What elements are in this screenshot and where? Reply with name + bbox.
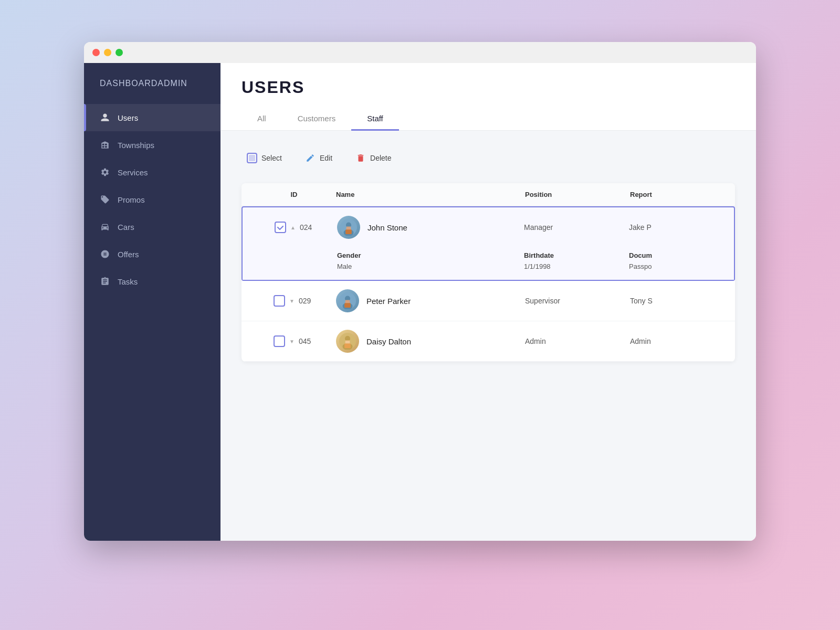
svg-rect-16 [344, 343, 351, 348]
gender-label: Gender [337, 251, 524, 259]
logo-light: ADMIN [158, 79, 187, 88]
offers-icon [100, 249, 110, 259]
col-name: Name [336, 191, 525, 198]
logo-bold: DASHBOARD [100, 79, 158, 88]
row-position-024: Manager [524, 223, 629, 232]
document-value: Passpo [629, 262, 723, 270]
table-row: ▲ 024 [242, 206, 735, 281]
tab-all[interactable]: All [242, 108, 282, 131]
col-id: ID [252, 191, 336, 198]
row-id-cell: ▲ 024 [253, 222, 337, 233]
row-id-cell-045: ▼ 045 [252, 335, 336, 347]
sidebar-item-services[interactable]: Services [84, 159, 220, 186]
select-icon [247, 153, 257, 163]
sidebar-item-label-cars: Cars [118, 223, 134, 232]
sidebar-item-offers[interactable]: Offers [84, 240, 220, 268]
row-name-029: Peter Parker [366, 297, 411, 306]
row-main-024: ▲ 024 [243, 207, 734, 247]
table-row: ▼ 029 [242, 281, 735, 321]
traffic-lights [92, 49, 123, 56]
svg-rect-6 [345, 229, 352, 234]
birthdate-value: 1/1/1998 [524, 262, 629, 270]
titlebar [84, 42, 756, 63]
row-id-045: 045 [299, 337, 314, 345]
gear-icon [100, 167, 110, 177]
row-id-024: 024 [300, 223, 316, 232]
row-id-029: 029 [299, 297, 314, 305]
tab-bar: All Customers Staff [242, 108, 735, 130]
avatar-029 [336, 289, 359, 312]
sidebar-item-users[interactable]: Users [84, 104, 220, 131]
window-body: DASHBOARDADMIN Users Townships [84, 63, 756, 541]
building-icon [100, 140, 110, 150]
delete-label: Delete [370, 154, 391, 162]
svg-rect-1 [249, 155, 255, 161]
users-table: ID Name Position Report [242, 183, 735, 362]
row-position-029: Supervisor [525, 297, 630, 305]
sidebar-item-label-townships: Townships [118, 141, 154, 150]
user-icon [100, 112, 110, 123]
row-name-cell-045: Daisy Dalton [336, 330, 525, 353]
main-content: USERS All Customers Staff [220, 63, 756, 541]
row-report-045: Admin [630, 337, 724, 345]
sidebar-item-label-tasks: Tasks [118, 277, 138, 286]
row-main-045: ▼ 045 [242, 321, 735, 361]
expand-chevron-029[interactable]: ▼ [289, 298, 295, 304]
expand-chevron-024[interactable]: ▲ [290, 225, 296, 230]
tab-customers[interactable]: Customers [282, 108, 352, 131]
table-header: ID Name Position Report [242, 183, 735, 206]
detail-gender-col: Gender Male [337, 251, 524, 270]
maximize-button[interactable] [116, 49, 123, 56]
row-checkbox-029[interactable] [274, 295, 285, 307]
content-area: Select Edit [220, 131, 756, 541]
row-main-029: ▼ 029 [242, 281, 735, 321]
sidebar-item-label-services: Services [118, 168, 148, 177]
main-window: DASHBOARDADMIN Users Townships [84, 42, 756, 541]
page-header: USERS All Customers Staff [220, 63, 756, 131]
document-label: Docum [629, 251, 723, 259]
row-report-024: Jake P [629, 223, 723, 232]
row-name-cell-029: Peter Parker [336, 289, 525, 312]
page-title: USERS [242, 78, 735, 97]
table-row: ▼ 045 [242, 321, 735, 362]
sidebar: DASHBOARDADMIN Users Townships [84, 63, 220, 541]
row-position-045: Admin [525, 337, 630, 345]
birthdate-label: Birthdate [524, 251, 629, 259]
edit-icon [305, 153, 316, 163]
sidebar-item-label-offers: Offers [118, 250, 139, 259]
sidebar-logo: DASHBOARDADMIN [84, 79, 220, 104]
detail-document-col: Docum Passpo [629, 251, 723, 270]
tab-staff[interactable]: Staff [351, 108, 399, 131]
avatar-024 [337, 216, 360, 239]
svg-point-13 [345, 336, 350, 341]
minimize-button[interactable] [104, 49, 111, 56]
edit-label: Edit [320, 154, 332, 162]
sidebar-item-promos[interactable]: Promos [84, 186, 220, 213]
car-icon [100, 222, 110, 232]
delete-button[interactable]: Delete [350, 150, 396, 166]
col-report: Report [630, 191, 724, 198]
col-position: Position [525, 191, 630, 198]
sidebar-item-tasks[interactable]: Tasks [84, 268, 220, 295]
toolbar: Select Edit [242, 143, 735, 173]
tag-icon [100, 194, 110, 205]
row-name-cell-024: John Stone [337, 216, 524, 239]
edit-button[interactable]: Edit [300, 150, 338, 166]
detail-birthdate-col: Birthdate 1/1/1998 [524, 251, 629, 270]
row-checkbox-024[interactable] [275, 222, 286, 233]
gender-value: Male [337, 262, 524, 270]
sidebar-item-label-promos: Promos [118, 195, 145, 204]
sidebar-item-cars[interactable]: Cars [84, 213, 220, 240]
expand-chevron-045[interactable]: ▼ [289, 339, 295, 344]
select-button[interactable]: Select [242, 150, 287, 166]
svg-rect-11 [344, 303, 351, 308]
clipboard-icon [100, 276, 110, 287]
sidebar-item-label-users: Users [118, 113, 138, 122]
row-checkbox-045[interactable] [274, 335, 285, 347]
close-button[interactable] [92, 49, 100, 56]
sidebar-item-townships[interactable]: Townships [84, 131, 220, 159]
row-report-029: Tony S [630, 297, 724, 305]
delete-icon [355, 153, 366, 163]
row-name-024: John Stone [368, 223, 407, 232]
row-detail-024: Gender Male Birthdate 1/1/1998 Docum Pas… [243, 247, 734, 280]
